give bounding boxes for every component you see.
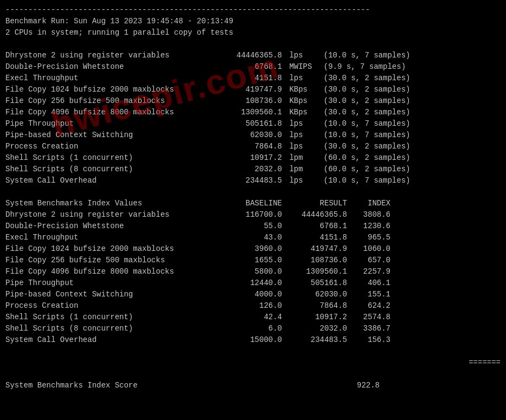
irow-baseline: 116700.0 <box>217 209 282 221</box>
bench-name: Pipe Throughput <box>5 118 217 130</box>
irow-name: File Copy 1024 bufsize 2000 maxblocks <box>5 243 217 255</box>
index-row: Shell Scripts (8 concurrent) 6.0 2032.0 … <box>5 323 501 334</box>
irow-baseline: 42.4 <box>217 312 282 323</box>
score-value: 922.8 <box>336 380 380 391</box>
bench-samples: (30.0 s, 2 samples) <box>315 95 410 107</box>
benchmark-row: Execl Throughput 4151.8 lps (30.0 s, 2 s… <box>5 73 501 84</box>
benchmark-row: Dhrystone 2 using register variables 444… <box>5 50 501 61</box>
irow-name: Shell Scripts (1 concurrent) <box>5 312 217 323</box>
irow-index: 156.3 <box>347 334 390 346</box>
index-row: Process Creation 126.0 7864.8 624.2 <box>5 300 501 312</box>
irow-baseline: 3960.0 <box>217 243 282 255</box>
bench-samples: (30.0 s, 2 samples) <box>315 73 410 84</box>
irow-result: 505161.8 <box>282 277 347 289</box>
terminal: hwicepir.com ---------------------------… <box>5 4 501 391</box>
bench-unit: MWIPS <box>282 61 315 73</box>
bench-name: Process Creation <box>5 141 217 152</box>
bench-samples: (30.0 s, 2 samples) <box>315 107 410 118</box>
index-list: Dhrystone 2 using register variables 116… <box>5 209 501 346</box>
irow-result: 6768.1 <box>282 221 347 232</box>
bench-unit: KBps <box>282 107 315 118</box>
irow-name: Execl Throughput <box>5 232 217 243</box>
bench-name: Pipe-based Context Switching <box>5 130 217 141</box>
irow-baseline: 55.0 <box>217 221 282 232</box>
bench-value: 10917.2 <box>217 152 282 164</box>
irow-name: Shell Scripts (8 concurrent) <box>5 323 217 334</box>
index-header-result: RESULT <box>282 198 347 209</box>
bench-name: Shell Scripts (8 concurrent) <box>5 164 217 175</box>
bench-name: Dhrystone 2 using register variables <box>5 50 217 61</box>
bench-value: 108736.0 <box>217 95 282 107</box>
bench-value: 419747.9 <box>217 84 282 95</box>
bench-name: File Copy 1024 bufsize 2000 maxblocks <box>5 84 217 95</box>
bench-value: 4151.8 <box>217 73 282 84</box>
bench-value: 1309560.1 <box>217 107 282 118</box>
benchmark-row: Double-Precision Whetstone 6768.1 MWIPS … <box>5 61 501 73</box>
bench-name: Execl Throughput <box>5 73 217 84</box>
bench-unit: lps <box>282 130 315 141</box>
bench-samples: (10.0 s, 7 samples) <box>315 130 410 141</box>
index-row: System Call Overhead 15000.0 234483.5 15… <box>5 334 501 346</box>
index-header-name: System Benchmarks Index Values <box>5 198 217 209</box>
bench-samples: (30.0 s, 2 samples) <box>315 84 410 95</box>
bench-value: 62030.0 <box>217 130 282 141</box>
index-header-baseline: BASELINE <box>217 198 282 209</box>
benchmark-row: Process Creation 7864.8 lps (30.0 s, 2 s… <box>5 141 501 152</box>
index-row: Pipe Throughput 12440.0 505161.8 406.1 <box>5 277 501 289</box>
bench-value: 505161.8 <box>217 118 282 130</box>
irow-result: 2032.0 <box>282 323 347 334</box>
irow-name: Dhrystone 2 using register variables <box>5 209 217 221</box>
score-label: System Benchmarks Index Score <box>5 380 336 391</box>
irow-baseline: 126.0 <box>217 300 282 312</box>
irow-index: 2257.9 <box>347 266 390 277</box>
bench-value: 44446365.8 <box>217 50 282 61</box>
irow-baseline: 15000.0 <box>217 334 282 346</box>
equals-line: ======= <box>5 346 501 380</box>
irow-index: 1230.6 <box>347 221 390 232</box>
irow-index: 624.2 <box>347 300 390 312</box>
irow-result: 419747.9 <box>282 243 347 255</box>
bench-samples: (30.0 s, 2 samples) <box>315 141 410 152</box>
index-row: Double-Precision Whetstone 55.0 6768.1 1… <box>5 221 501 232</box>
bench-name: File Copy 256 bufsize 500 maxblocks <box>5 95 217 107</box>
bench-name: System Call Overhead <box>5 175 217 186</box>
benchmark-row: File Copy 4096 bufsize 8000 maxblocks 13… <box>5 107 501 118</box>
irow-name: Pipe Throughput <box>5 277 217 289</box>
irow-index: 1060.0 <box>347 243 390 255</box>
irow-baseline: 12440.0 <box>217 277 282 289</box>
bench-unit: lps <box>282 118 315 130</box>
irow-baseline: 43.0 <box>217 232 282 243</box>
irow-name: Pipe-based Context Switching <box>5 289 217 300</box>
bench-value: 234483.5 <box>217 175 282 186</box>
benchmark-row: File Copy 1024 bufsize 2000 maxblocks 41… <box>5 84 501 95</box>
irow-name: File Copy 4096 bufsize 8000 maxblocks <box>5 266 217 277</box>
bench-unit: lps <box>282 50 315 61</box>
bench-samples: (9.9 s, 7 samples) <box>315 61 406 73</box>
bench-samples: (10.0 s, 7 samples) <box>315 175 410 186</box>
irow-baseline: 6.0 <box>217 323 282 334</box>
irow-result: 7864.8 <box>282 300 347 312</box>
bench-samples: (60.0 s, 2 samples) <box>315 152 410 164</box>
bench-unit: lpm <box>282 152 315 164</box>
bench-value: 6768.1 <box>217 61 282 73</box>
benchmark-list: Dhrystone 2 using register variables 444… <box>5 50 501 186</box>
irow-name: File Copy 256 bufsize 500 maxblocks <box>5 255 217 266</box>
irow-result: 1309560.1 <box>282 266 347 277</box>
irow-baseline: 5800.0 <box>217 266 282 277</box>
bench-samples: (10.0 s, 7 samples) <box>315 50 410 61</box>
index-row: File Copy 1024 bufsize 2000 maxblocks 39… <box>5 243 501 255</box>
bench-samples: (10.0 s, 7 samples) <box>315 118 410 130</box>
bench-name: File Copy 4096 bufsize 8000 maxblocks <box>5 107 217 118</box>
bench-unit: lps <box>282 141 315 152</box>
irow-index: 3808.6 <box>347 209 390 221</box>
irow-result: 108736.0 <box>282 255 347 266</box>
benchmark-row: Pipe Throughput 505161.8 lps (10.0 s, 7 … <box>5 118 501 130</box>
benchmark-row: Shell Scripts (8 concurrent) 2032.0 lpm … <box>5 164 501 175</box>
benchmark-row: Pipe-based Context Switching 62030.0 lps… <box>5 130 501 141</box>
index-row: File Copy 4096 bufsize 8000 maxblocks 58… <box>5 266 501 277</box>
bench-name: Shell Scripts (1 concurrent) <box>5 152 217 164</box>
benchmark-row: File Copy 256 bufsize 500 maxblocks 1087… <box>5 95 501 107</box>
irow-result: 234483.5 <box>282 334 347 346</box>
separator-top: ----------------------------------------… <box>5 4 501 16</box>
irow-index: 406.1 <box>347 277 390 289</box>
